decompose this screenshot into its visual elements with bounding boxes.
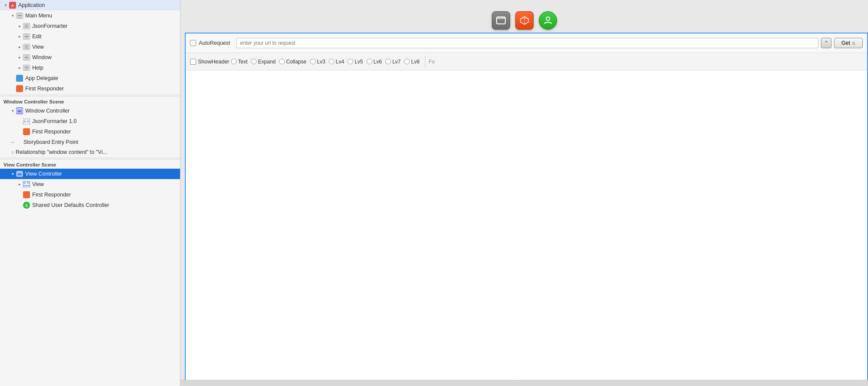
window-svg-icon (496, 17, 506, 24)
radio-lv4: Lv4 (329, 59, 344, 65)
menu-icon-window (23, 53, 30, 61)
responder-icon-3 (23, 191, 30, 199)
radio-lv5-label: Lv5 (354, 59, 363, 65)
edit-label: Edit (32, 33, 42, 40)
scene-box: AutoRequest ⌃ Get ⇅ ShowHeader Text (185, 33, 868, 386)
sidebar-item-jsonformatter-window[interactable]: JsonFormarter 1.0 (0, 116, 180, 126)
disclosure-view-controller[interactable] (10, 171, 16, 177)
disclosure-edit[interactable] (17, 33, 23, 40)
sidebar-item-view-controller[interactable]: View Controller (0, 169, 180, 179)
svg-rect-9 (23, 119, 30, 120)
radio-expand: Expand (251, 59, 276, 65)
svg-rect-18 (27, 182, 30, 184)
radio-lv7: Lv7 (385, 59, 401, 65)
shared-scene-icon[interactable] (539, 11, 557, 30)
app-icon: A (9, 1, 17, 9)
radio-lv8-circle[interactable] (404, 59, 410, 64)
main-menu-label: Main Menu (25, 13, 52, 19)
view-label: View (32, 44, 44, 50)
radio-text: Text (231, 59, 247, 65)
radio-lv6-circle[interactable] (367, 59, 372, 64)
disclosure-help[interactable] (17, 65, 23, 71)
url-input[interactable] (236, 38, 818, 48)
radio-lv7-circle[interactable] (385, 59, 391, 64)
window-ctrl-icon (16, 107, 23, 115)
sidebar-item-app-delegate[interactable]: App Delegate (0, 73, 180, 83)
radio-lv3-circle[interactable] (310, 59, 316, 64)
sidebar-item-view[interactable]: View (0, 42, 180, 52)
radio-lv5: Lv5 (347, 59, 363, 65)
disclosure-application[interactable] (3, 2, 9, 8)
sidebar-item-help[interactable]: Help (0, 63, 180, 73)
dropdown-button[interactable]: ⌃ (821, 38, 831, 48)
canvas-area: AutoRequest ⌃ Get ⇅ ShowHeader Text (180, 0, 868, 386)
shared-svg-icon (543, 16, 553, 25)
dropdown-chevron-icon: ⌃ (824, 40, 828, 46)
disclosure-window-controller[interactable] (10, 108, 16, 114)
cube-scene-icon[interactable] (515, 11, 534, 30)
svg-rect-6 (17, 109, 22, 110)
show-header-checkbox[interactable] (190, 59, 196, 65)
radio-text-circle[interactable] (231, 59, 237, 64)
get-button-label: Get (841, 40, 850, 46)
delegate-icon (16, 74, 23, 82)
radio-lv7-label: Lv7 (392, 59, 401, 65)
first-responder-3-label: First Responder (32, 192, 71, 198)
disclosure-jsonformarter[interactable] (17, 23, 23, 29)
sidebar-item-application[interactable]: A Application (0, 0, 180, 10)
first-responder-1-label: First Responder (25, 86, 64, 92)
svg-point-26 (546, 17, 550, 20)
resize-handle[interactable]: · · · (180, 380, 868, 386)
disclosure-main-menu[interactable] (10, 13, 16, 19)
resize-grip-icon: · · · (518, 381, 530, 385)
svg-rect-15 (17, 172, 22, 173)
sidebar-item-first-responder-2[interactable]: First Responder (0, 126, 180, 137)
sidebar-item-relationship[interactable]: Relationship "window content" to "Vi... (0, 147, 180, 157)
radio-lv8: Lv8 (404, 59, 419, 65)
sidebar-item-first-responder-1[interactable]: First Responder (0, 83, 180, 94)
separator-1 (0, 95, 180, 95)
radio-collapse-circle[interactable] (279, 59, 285, 64)
window-scene-icon[interactable] (492, 11, 510, 30)
responder-icon-2 (23, 128, 30, 136)
disclosure-view[interactable] (17, 44, 23, 50)
show-header-label: ShowHeader (198, 59, 229, 65)
sidebar-item-storyboard-entry[interactable]: Storyboard Entry Point (0, 137, 180, 147)
responder-icon-1 (16, 85, 23, 93)
svg-rect-24 (497, 17, 505, 19)
disclosure-view-node[interactable] (17, 181, 23, 187)
radio-lv3: Lv3 (310, 59, 325, 65)
application-label: Application (18, 2, 45, 8)
radio-lv6: Lv6 (367, 59, 382, 65)
disclosure-window-menu[interactable] (17, 54, 23, 60)
sidebar-item-shared-user-defaults[interactable]: S Shared User Defaults Controller (0, 200, 180, 210)
storyboard-entry-label: Storyboard Entry Point (23, 139, 78, 145)
radio-collapse-label: Collapse (286, 59, 307, 65)
main-canvas: AutoRequest ⌃ Get ⇅ ShowHeader Text (180, 0, 868, 386)
auto-request-row: AutoRequest ⌃ Get ⇅ (186, 33, 867, 53)
view-ctrl-icon (16, 170, 23, 178)
entry-icon (16, 138, 22, 146)
jsonformarter-label: JsonFormarter (32, 23, 67, 29)
sidebar-item-first-responder-3[interactable]: First Responder (0, 190, 180, 200)
sidebar-item-main-menu[interactable]: Main Menu (0, 10, 180, 21)
arrow-storyboard (10, 139, 16, 145)
view-icon (23, 180, 30, 188)
sidebar-item-view-node[interactable]: View (0, 179, 180, 190)
section-view-controller: View Controller Scene (0, 159, 180, 169)
svg-rect-20 (23, 191, 30, 198)
content-area (186, 70, 867, 385)
sidebar-item-edit[interactable]: Edit (0, 31, 180, 42)
sidebar-item-window-menu[interactable]: Window (0, 52, 180, 63)
view-node-label: View (32, 181, 44, 187)
sidebar-item-jsonformarter[interactable]: JsonFormarter (0, 21, 180, 31)
sidebar-item-window-controller[interactable]: Window Controller (0, 106, 180, 116)
get-button[interactable]: Get ⇅ (834, 38, 863, 48)
radio-lv4-circle[interactable] (329, 59, 334, 64)
window-controller-label: Window Controller (25, 108, 70, 114)
radio-lv5-circle[interactable] (347, 59, 353, 64)
radio-expand-circle[interactable] (251, 59, 257, 64)
auto-request-checkbox[interactable] (190, 40, 196, 46)
jsonformatter-window-label: JsonFormarter 1.0 (32, 118, 77, 124)
menu-icon-help (23, 64, 30, 72)
